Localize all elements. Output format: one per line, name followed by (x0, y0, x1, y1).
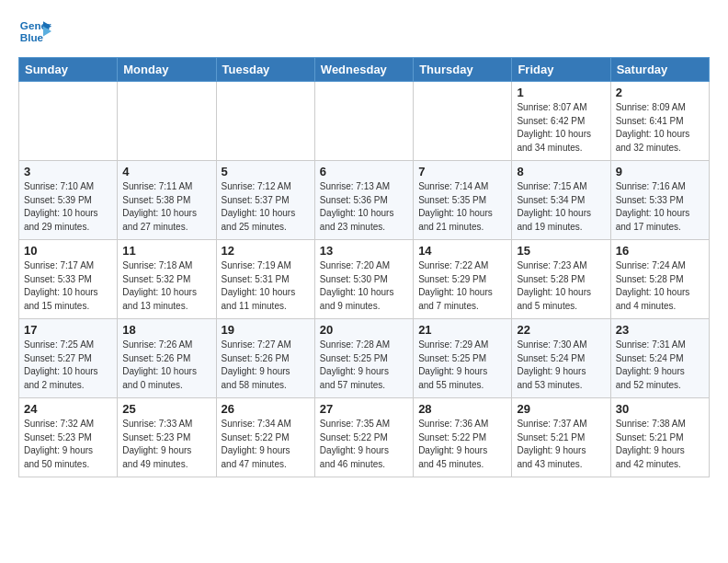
day-number: 13 (320, 244, 408, 258)
logo-icon: General Blue (18, 15, 51, 48)
day-info: Sunrise: 7:35 AM Sunset: 5:22 PM Dayligh… (320, 418, 408, 471)
week-row-5: 24Sunrise: 7:32 AM Sunset: 5:23 PM Dayli… (19, 398, 710, 477)
day-info: Sunrise: 7:25 AM Sunset: 5:27 PM Dayligh… (24, 339, 112, 392)
day-info: Sunrise: 7:33 AM Sunset: 5:23 PM Dayligh… (122, 418, 210, 471)
day-cell (19, 82, 118, 161)
day-cell: 2Sunrise: 8:09 AM Sunset: 6:41 PM Daylig… (610, 82, 709, 161)
day-cell: 30Sunrise: 7:38 AM Sunset: 5:21 PM Dayli… (610, 398, 709, 477)
day-info: Sunrise: 7:32 AM Sunset: 5:23 PM Dayligh… (24, 418, 112, 471)
day-number: 7 (418, 165, 506, 178)
day-cell: 21Sunrise: 7:29 AM Sunset: 5:25 PM Dayli… (414, 319, 512, 398)
day-number: 10 (24, 244, 112, 258)
weekday-wednesday: Wednesday (314, 58, 413, 82)
header: General Blue (18, 15, 710, 48)
day-cell (118, 82, 216, 161)
calendar: SundayMondayTuesdayWednesdayThursdayFrid… (18, 57, 710, 477)
day-number: 26 (222, 402, 310, 416)
day-info: Sunrise: 7:23 AM Sunset: 5:28 PM Dayligh… (517, 259, 605, 313)
day-cell: 6Sunrise: 7:13 AM Sunset: 5:36 PM Daylig… (314, 161, 413, 240)
day-number: 22 (517, 323, 605, 337)
day-cell: 18Sunrise: 7:26 AM Sunset: 5:26 PM Dayli… (118, 319, 216, 398)
week-row-4: 17Sunrise: 7:25 AM Sunset: 5:27 PM Dayli… (19, 319, 710, 398)
day-info: Sunrise: 7:34 AM Sunset: 5:22 PM Dayligh… (222, 418, 310, 471)
day-number: 5 (222, 165, 310, 178)
logo: General Blue (18, 15, 51, 48)
day-cell: 3Sunrise: 7:10 AM Sunset: 5:39 PM Daylig… (19, 161, 118, 240)
day-number: 25 (122, 402, 210, 416)
day-info: Sunrise: 7:14 AM Sunset: 5:35 PM Dayligh… (418, 180, 506, 234)
day-info: Sunrise: 7:22 AM Sunset: 5:29 PM Dayligh… (418, 259, 506, 313)
day-info: Sunrise: 8:09 AM Sunset: 6:41 PM Dayligh… (616, 101, 704, 155)
day-number: 15 (517, 244, 605, 258)
day-info: Sunrise: 7:17 AM Sunset: 5:33 PM Dayligh… (24, 259, 112, 313)
day-number: 6 (320, 165, 408, 178)
day-number: 20 (320, 323, 408, 337)
day-number: 30 (616, 402, 704, 416)
day-cell: 19Sunrise: 7:27 AM Sunset: 5:26 PM Dayli… (216, 319, 314, 398)
day-cell: 13Sunrise: 7:20 AM Sunset: 5:30 PM Dayli… (314, 240, 413, 319)
week-row-3: 10Sunrise: 7:17 AM Sunset: 5:33 PM Dayli… (19, 240, 710, 319)
day-info: Sunrise: 7:37 AM Sunset: 5:21 PM Dayligh… (517, 418, 605, 471)
day-cell (314, 82, 413, 161)
weekday-saturday: Saturday (610, 58, 709, 82)
day-info: Sunrise: 7:38 AM Sunset: 5:21 PM Dayligh… (616, 418, 704, 471)
weekday-sunday: Sunday (19, 58, 118, 82)
day-cell: 24Sunrise: 7:32 AM Sunset: 5:23 PM Dayli… (19, 398, 118, 477)
day-number: 28 (418, 402, 506, 416)
day-cell: 26Sunrise: 7:34 AM Sunset: 5:22 PM Dayli… (216, 398, 314, 477)
day-info: Sunrise: 7:27 AM Sunset: 5:26 PM Dayligh… (222, 339, 310, 392)
day-info: Sunrise: 7:29 AM Sunset: 5:25 PM Dayligh… (418, 339, 506, 392)
day-info: Sunrise: 8:07 AM Sunset: 6:42 PM Dayligh… (517, 101, 605, 155)
weekday-header-row: SundayMondayTuesdayWednesdayThursdayFrid… (19, 58, 710, 82)
day-number: 4 (122, 165, 210, 178)
day-number: 29 (517, 402, 605, 416)
day-number: 2 (616, 86, 704, 99)
day-info: Sunrise: 7:10 AM Sunset: 5:39 PM Dayligh… (24, 180, 112, 234)
day-cell: 14Sunrise: 7:22 AM Sunset: 5:29 PM Dayli… (414, 240, 512, 319)
day-info: Sunrise: 7:26 AM Sunset: 5:26 PM Dayligh… (122, 339, 210, 392)
day-number: 9 (616, 165, 704, 178)
day-number: 19 (222, 323, 310, 337)
day-info: Sunrise: 7:16 AM Sunset: 5:33 PM Dayligh… (616, 180, 704, 234)
day-number: 16 (616, 244, 704, 258)
day-cell: 15Sunrise: 7:23 AM Sunset: 5:28 PM Dayli… (512, 240, 610, 319)
day-cell: 1Sunrise: 8:07 AM Sunset: 6:42 PM Daylig… (512, 82, 610, 161)
day-cell: 27Sunrise: 7:35 AM Sunset: 5:22 PM Dayli… (314, 398, 413, 477)
day-number: 8 (517, 165, 605, 178)
day-cell: 23Sunrise: 7:31 AM Sunset: 5:24 PM Dayli… (610, 319, 709, 398)
day-cell: 5Sunrise: 7:12 AM Sunset: 5:37 PM Daylig… (216, 161, 314, 240)
day-info: Sunrise: 7:36 AM Sunset: 5:22 PM Dayligh… (418, 418, 506, 471)
day-info: Sunrise: 7:11 AM Sunset: 5:38 PM Dayligh… (122, 180, 210, 234)
day-cell: 22Sunrise: 7:30 AM Sunset: 5:24 PM Dayli… (512, 319, 610, 398)
weekday-monday: Monday (118, 58, 216, 82)
day-info: Sunrise: 7:20 AM Sunset: 5:30 PM Dayligh… (320, 259, 408, 313)
day-cell: 7Sunrise: 7:14 AM Sunset: 5:35 PM Daylig… (414, 161, 512, 240)
day-cell (216, 82, 314, 161)
day-cell: 17Sunrise: 7:25 AM Sunset: 5:27 PM Dayli… (19, 319, 118, 398)
day-cell: 4Sunrise: 7:11 AM Sunset: 5:38 PM Daylig… (118, 161, 216, 240)
day-info: Sunrise: 7:31 AM Sunset: 5:24 PM Dayligh… (616, 339, 704, 392)
day-number: 21 (418, 323, 506, 337)
day-cell (414, 82, 512, 161)
day-number: 23 (616, 323, 704, 337)
week-row-1: 1Sunrise: 8:07 AM Sunset: 6:42 PM Daylig… (19, 82, 710, 161)
weekday-friday: Friday (512, 58, 610, 82)
day-info: Sunrise: 7:15 AM Sunset: 5:34 PM Dayligh… (517, 180, 605, 234)
day-cell: 12Sunrise: 7:19 AM Sunset: 5:31 PM Dayli… (216, 240, 314, 319)
day-info: Sunrise: 7:24 AM Sunset: 5:28 PM Dayligh… (616, 259, 704, 313)
day-number: 27 (320, 402, 408, 416)
page: General Blue SundayMondayTuesdayWednesda… (0, 0, 728, 492)
day-info: Sunrise: 7:28 AM Sunset: 5:25 PM Dayligh… (320, 339, 408, 392)
day-number: 14 (418, 244, 506, 258)
day-cell: 10Sunrise: 7:17 AM Sunset: 5:33 PM Dayli… (19, 240, 118, 319)
day-number: 18 (122, 323, 210, 337)
day-info: Sunrise: 7:13 AM Sunset: 5:36 PM Dayligh… (320, 180, 408, 234)
day-info: Sunrise: 7:19 AM Sunset: 5:31 PM Dayligh… (222, 259, 310, 313)
weekday-thursday: Thursday (414, 58, 512, 82)
day-info: Sunrise: 7:30 AM Sunset: 5:24 PM Dayligh… (517, 339, 605, 392)
day-number: 11 (122, 244, 210, 258)
day-cell: 28Sunrise: 7:36 AM Sunset: 5:22 PM Dayli… (414, 398, 512, 477)
day-number: 12 (222, 244, 310, 258)
day-info: Sunrise: 7:12 AM Sunset: 5:37 PM Dayligh… (222, 180, 310, 234)
day-cell: 29Sunrise: 7:37 AM Sunset: 5:21 PM Dayli… (512, 398, 610, 477)
